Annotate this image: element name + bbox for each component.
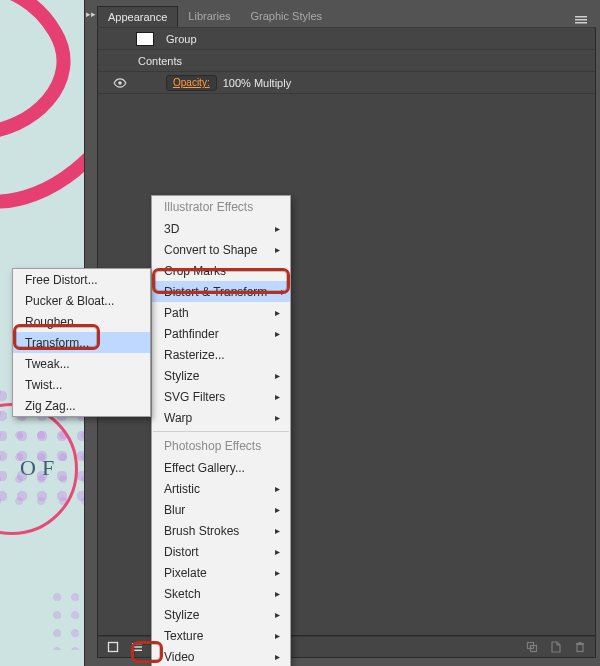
submenu-item[interactable]: Twist... xyxy=(13,374,150,395)
menu-item[interactable]: Blur▸ xyxy=(152,499,290,520)
svg-point-0 xyxy=(118,81,122,85)
menu-item[interactable]: Distort▸ xyxy=(152,541,290,562)
menu-separator xyxy=(153,431,289,432)
menu-item-label: Pathfinder xyxy=(164,327,219,341)
svg-rect-2 xyxy=(132,643,142,644)
submenu-item-label: Pucker & Bloat... xyxy=(25,294,114,308)
submenu-item[interactable]: Free Distort... xyxy=(13,269,150,290)
trash-icon xyxy=(574,641,586,653)
menu-item[interactable]: Sketch▸ xyxy=(152,583,290,604)
submenu-arrow-icon: ▸ xyxy=(275,525,280,536)
submenu-item-label: Zig Zag... xyxy=(25,399,76,413)
of-text: OF xyxy=(20,455,60,481)
menu-item-label: Texture xyxy=(164,629,203,643)
menu-item[interactable]: Pathfinder▸ xyxy=(152,323,290,344)
opacity-link[interactable]: Opacity: xyxy=(166,75,217,91)
submenu-item[interactable]: Tweak... xyxy=(13,353,150,374)
submenu-arrow-icon: ▸ xyxy=(275,307,280,318)
menu-item[interactable]: Warp▸ xyxy=(152,407,290,428)
submenu-item-label: Free Distort... xyxy=(25,273,98,287)
menu-item-label: Effect Gallery... xyxy=(164,461,245,475)
submenu-item-label: Roughen... xyxy=(25,315,84,329)
submenu-item[interactable]: Transform... xyxy=(13,332,150,353)
menu-item-label: 3D xyxy=(164,222,179,236)
visibility-eye-icon xyxy=(113,78,127,88)
menu-item-label: Brush Strokes xyxy=(164,524,239,538)
menu-heading: Photoshop Effects xyxy=(152,435,290,457)
appearance-row-contents[interactable]: Contents xyxy=(98,50,595,72)
menu-item-label: Distort xyxy=(164,545,199,559)
menu-item[interactable]: Pixelate▸ xyxy=(152,562,290,583)
submenu-arrow-icon: ▸ xyxy=(275,567,280,578)
menu-item[interactable]: Stylize▸ xyxy=(152,604,290,625)
svg-rect-4 xyxy=(132,650,142,651)
menu-item-label: Stylize xyxy=(164,369,199,383)
row-label-group: Group xyxy=(166,33,197,45)
tab-libraries[interactable]: Libraries xyxy=(178,6,240,27)
submenu-arrow-icon: ▸ xyxy=(275,223,280,234)
tab-appearance[interactable]: Appearance xyxy=(97,6,178,27)
svg-rect-10 xyxy=(576,643,584,644)
menu-item[interactable]: Rasterize... xyxy=(152,344,290,365)
swatch-thumbnail xyxy=(136,32,154,46)
submenu-arrow-icon: ▸ xyxy=(275,630,280,641)
panel-flyout-menu-button[interactable] xyxy=(572,12,590,28)
menu-item-label: Rasterize... xyxy=(164,348,225,362)
menu-item[interactable]: 3D▸ xyxy=(152,218,290,239)
appearance-row-group[interactable]: Group xyxy=(98,28,595,50)
menu-item-label: SVG Filters xyxy=(164,390,225,404)
menu-item[interactable]: Distort & Transform▸ xyxy=(152,281,290,302)
submenu-arrow-icon: ▸ xyxy=(275,504,280,515)
menu-item[interactable]: Artistic▸ xyxy=(152,478,290,499)
fx-menu: Illustrator Effects3D▸Convert to Shape▸C… xyxy=(151,195,291,666)
submenu-arrow-icon: ▸ xyxy=(275,609,280,620)
menu-item[interactable]: Path▸ xyxy=(152,302,290,323)
submenu-item-label: Transform... xyxy=(25,336,89,350)
menu-item-label: Sketch xyxy=(164,587,201,601)
submenu-item[interactable]: Roughen... xyxy=(13,311,150,332)
footer-btn-new xyxy=(545,638,567,656)
appearance-row-opacity[interactable]: Opacity: 100% Multiply xyxy=(98,72,595,94)
menu-item-label: Artistic xyxy=(164,482,200,496)
menu-item[interactable]: SVG Filters▸ xyxy=(152,386,290,407)
footer-btn-list[interactable] xyxy=(126,638,148,656)
panel-collapse-icon[interactable]: ▸▸ xyxy=(85,6,97,22)
menu-item[interactable]: Stylize▸ xyxy=(152,365,290,386)
footer-btn-no-selection[interactable] xyxy=(102,638,124,656)
menu-item-label: Blur xyxy=(164,503,185,517)
menu-item-label: Convert to Shape xyxy=(164,243,257,257)
submenu-arrow-icon: ▸ xyxy=(275,412,280,423)
menu-item-label: Stylize xyxy=(164,608,199,622)
menu-item-label: Path xyxy=(164,306,189,320)
submenu-arrow-icon: ▸ xyxy=(275,483,280,494)
svg-rect-3 xyxy=(132,646,142,647)
menu-item-label: Video xyxy=(164,650,194,664)
hamburger-icon xyxy=(575,16,587,24)
duplicate-icon xyxy=(526,641,538,653)
svg-rect-1 xyxy=(109,643,118,652)
square-icon xyxy=(107,641,119,653)
tab-graphic-styles[interactable]: Graphic Styles xyxy=(241,6,333,27)
footer-btn-duplicate xyxy=(521,638,543,656)
submenu-item[interactable]: Zig Zag... xyxy=(13,395,150,416)
svg-rect-9 xyxy=(577,645,583,652)
menu-item[interactable]: Effect Gallery... xyxy=(152,457,290,478)
script-glyph xyxy=(0,0,84,232)
texture-speckle-2 xyxy=(50,590,84,650)
menu-item[interactable]: Convert to Shape▸ xyxy=(152,239,290,260)
menu-item[interactable]: Brush Strokes▸ xyxy=(152,520,290,541)
menu-item[interactable]: Texture▸ xyxy=(152,625,290,646)
list-icon xyxy=(131,641,143,653)
submenu-item[interactable]: Pucker & Bloat... xyxy=(13,290,150,311)
submenu-item-label: Tweak... xyxy=(25,357,70,371)
menu-heading: Illustrator Effects xyxy=(152,196,290,218)
menu-item-label: Warp xyxy=(164,411,192,425)
menu-item-label: Distort & Transform xyxy=(164,285,267,299)
menu-item[interactable]: Video▸ xyxy=(152,646,290,666)
menu-item[interactable]: Crop Marks xyxy=(152,260,290,281)
submenu-arrow-icon: ▸ xyxy=(275,651,280,662)
submenu-arrow-icon: ▸ xyxy=(275,391,280,402)
submenu-arrow-icon: ▸ xyxy=(275,244,280,255)
submenu-arrow-icon: ▸ xyxy=(275,328,280,339)
submenu-arrow-icon: ▸ xyxy=(275,370,280,381)
